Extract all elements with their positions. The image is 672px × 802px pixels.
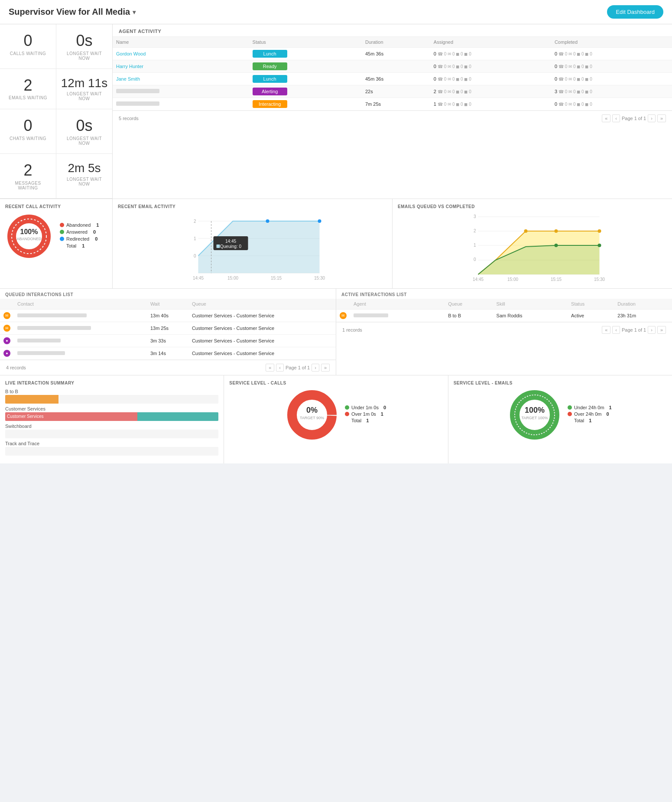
col-contact: Contact (14, 299, 147, 310)
active-page-info: Page 1 of 1 (622, 327, 646, 333)
a-first-btn[interactable]: « (602, 326, 610, 334)
qi-icon-cell: ✉ (0, 322, 14, 334)
sl-calls-container: 0% TARGET 90% Under 1m 0s 0 Over 1m 0s 1… (229, 389, 442, 441)
sl-emails-legend: Under 24h 0m 1 Over 24h 0m 0 Total 1 (568, 405, 612, 424)
li-bar-fill-red: Customer Services (5, 412, 137, 421)
sl-calls-under-dot (345, 405, 349, 410)
qi-wait-cell: 13m 25s (147, 322, 188, 334)
chats-waiting-value: 0 (4, 117, 52, 134)
queued-page-nav: « ‹ Page 1 of 1 › » (266, 364, 330, 372)
agent-name-cell: Gordon Wood (113, 48, 249, 60)
emails-waiting-cell: 2 EMAILS WAITING (0, 69, 56, 109)
title-dropdown-icon[interactable]: ▾ (133, 9, 136, 16)
svg-text:15:15: 15:15 (271, 276, 282, 280)
recent-email-chart-area: 2 1 0 14:45 Queuing: 0 14:45 15:00 (118, 212, 387, 283)
ai-queue-cell: B to B (445, 309, 493, 322)
queued-row: ✉ 13m 25s Customer Services - Customer S… (0, 322, 336, 334)
legend-abandoned: Abandoned 1 (60, 222, 99, 228)
legend-answered-dot (60, 230, 64, 234)
col-status: Status (249, 37, 362, 48)
page-first-button[interactable]: « (602, 114, 610, 122)
li-bar-track (5, 430, 218, 438)
right-panel: AGENT ACTIVITY Name Status Duration Assi… (113, 24, 672, 199)
li-bar-label: Customer Services (5, 406, 218, 411)
q-next-btn[interactable]: › (312, 364, 319, 372)
sl-emails-under-value: 1 (609, 405, 612, 410)
queued-interactions-panel: QUEUED INTERACTIONS LIST Contact Wait Qu… (0, 289, 336, 375)
sl-emails-under-label: Under 24h 0m (574, 405, 604, 410)
sl-calls-total: Total 1 (345, 418, 386, 423)
sl-calls-over-dot (345, 412, 349, 416)
sl-calls-donut: 0% TARGET 90% (286, 389, 338, 441)
sl-calls-over: Over 1m 0s 1 (345, 411, 386, 417)
contact-blur (17, 351, 65, 355)
emails-waiting-label: EMAILS WAITING (4, 95, 52, 100)
recent-call-activity-title: RECENT CALL ACTIVITY (5, 204, 107, 209)
calls-longest-label: LONGEST WAIT NOW (61, 51, 108, 61)
li-bar-label: B to B (5, 389, 218, 394)
service-level-calls-panel: SERVICE LEVEL - CALLS 0% TARGET 90% Unde… (224, 375, 448, 463)
charts-row: RECENT CALL ACTIVITY 100% ABANDONED Aban… (0, 199, 672, 288)
col-queue: Queue (445, 299, 493, 310)
li-bar-track: Customer Services (5, 412, 218, 421)
status-badge: Alerting (253, 88, 287, 95)
qi-icon-cell: ● (0, 334, 14, 347)
qi-type-icon: ● (3, 350, 10, 357)
sl-calls-legend: Under 1m 0s 0 Over 1m 0s 1 Total 1 (345, 405, 386, 424)
ai-duration-cell: 23h 31m (614, 309, 672, 322)
a-next-btn[interactable]: › (648, 326, 656, 334)
svg-text:0%: 0% (306, 406, 318, 414)
page-next-button[interactable]: › (648, 114, 656, 122)
svg-text:TARGET 100%: TARGET 100% (521, 416, 548, 420)
agent-status-cell: Lunch (249, 73, 362, 85)
qi-type-icon: ✉ (3, 325, 10, 332)
agent-name-cell (113, 85, 249, 98)
svg-text:ABANDONED: ABANDONED (16, 237, 42, 241)
li-bar-fill-teal (137, 412, 218, 421)
qi-contact-cell (14, 347, 147, 359)
agent-status-cell: Lunch (249, 48, 362, 60)
sl-calls-under: Under 1m 0s 0 (345, 405, 386, 410)
q-first-btn[interactable]: « (266, 364, 274, 372)
page-last-button[interactable]: » (657, 114, 666, 122)
agent-duration-cell: 22s (362, 85, 430, 98)
agent-activity-table: Name Status Duration Assigned Completed … (113, 37, 672, 111)
svg-text:2: 2 (474, 228, 476, 233)
emails-queued-panel: EMAILS QUEUED VS COMPLETED 3 2 1 0 (393, 199, 672, 288)
sl-emails-donut: 100% TARGET 100% (509, 389, 561, 441)
a-prev-btn[interactable]: ‹ (612, 326, 620, 334)
agent-duration-cell: 45m 36s (362, 48, 430, 60)
messages-longest-value: 2m 5s (61, 162, 108, 175)
col-agent: Agent (350, 299, 445, 310)
active-title: ACTIVE INTERACTIONS LIST (336, 289, 672, 299)
calls-metric-row: 0 CALLS WAITING 0s LONGEST WAIT NOW (0, 24, 112, 69)
q-prev-btn[interactable]: ‹ (276, 364, 284, 372)
qi-contact-cell (14, 322, 147, 334)
col-assigned: Assigned (430, 37, 551, 48)
contact-blur (17, 313, 87, 317)
sl-emails-over-dot (568, 412, 572, 416)
edit-dashboard-button[interactable]: Edit Dashboard (607, 5, 663, 19)
sl-emails-container: 100% TARGET 100% Under 24h 0m 1 Over 24h… (454, 389, 667, 441)
svg-text:14:45: 14:45 (193, 276, 204, 280)
agent-name-cell (113, 98, 249, 111)
live-interaction-summary-panel: LIVE INTERACTION SUMMARY B to B Customer… (0, 375, 224, 463)
emails-metric-row: 2 EMAILS WAITING 12m 11s LONGEST WAIT NO… (0, 69, 112, 110)
svg-text:1: 1 (194, 236, 196, 241)
page-prev-button[interactable]: ‹ (612, 114, 620, 122)
agent-assigned-cell: 0 ☎ 0 ✉ 0 ◼ 0 ◼ 0 (430, 60, 551, 73)
agent-page-info: Page 1 of 1 (622, 116, 646, 121)
a-last-btn[interactable]: » (657, 326, 666, 334)
svg-point-48 (515, 395, 555, 435)
agent-completed-cell: 0 ☎ 0 ✉ 0 ◼ 0 ◼ 0 (551, 48, 672, 60)
sl-emails-total-value: 1 (589, 418, 591, 423)
agent-assigned-cell: 1 ☎ 0 ✉ 0 ◼ 0 ◼ 0 (430, 98, 551, 111)
q-last-btn[interactable]: » (321, 364, 330, 372)
emails-queued-svg: 3 2 1 0 14:45 15:00 15:15 (398, 212, 667, 282)
svg-rect-17 (217, 245, 220, 248)
qi-wait-cell: 13m 40s (147, 309, 188, 322)
queued-row: ● 3m 33s Customer Services - Customer Se… (0, 334, 336, 347)
svg-text:0: 0 (474, 257, 476, 262)
chats-longest-cell: 0s LONGEST WAIT NOW (56, 109, 112, 153)
sl-calls-under-value: 0 (383, 405, 386, 410)
